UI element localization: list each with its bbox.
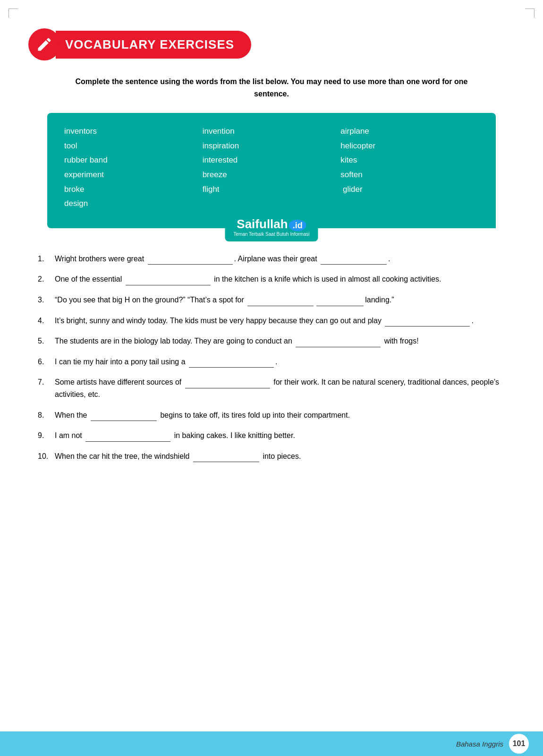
q2-blank1 (126, 278, 211, 285)
brand-name: Saifullah (237, 217, 288, 231)
word-item: invention (203, 124, 341, 139)
word-item: rubber band (64, 153, 203, 168)
footer-subject: Bahasa Inggris (456, 740, 503, 748)
q3-blank2 (316, 299, 364, 306)
q1-blank1 (148, 257, 233, 265)
q8-text: When the begins to take off, its tires f… (55, 409, 505, 421)
word-item: helicopter (340, 139, 479, 154)
q2-text: One of the essential in the kitchen is a… (55, 273, 505, 285)
word-item: design (64, 197, 203, 211)
word-grid: inventors tool rubber band experiment br… (64, 124, 479, 211)
q10-number: 10. (38, 450, 55, 463)
questions-section: 1. Wright brothers were great . Airplane… (28, 253, 515, 463)
word-item: interested (203, 153, 341, 168)
q9-blank1 (85, 434, 170, 442)
word-item: tool (64, 139, 203, 154)
word-item: glider (340, 182, 479, 197)
header-title: VOCABULARY EXERCISES (65, 37, 234, 52)
footer: Bahasa Inggris 101 (0, 731, 543, 756)
question-1: 1. Wright brothers were great . Airplane… (38, 253, 505, 265)
word-item: soften (340, 168, 479, 182)
q4-number: 4. (38, 315, 55, 327)
q6-number: 6. (38, 356, 55, 368)
q2-number: 2. (38, 273, 55, 285)
q6-blank1 (189, 360, 274, 368)
q3-blank1 (247, 299, 314, 306)
watermark: Saifullah.id Teman Terbaik Saat Butuh In… (225, 215, 318, 241)
question-8: 8. When the begins to take off, its tire… (38, 409, 505, 421)
q5-number: 5. (38, 335, 55, 347)
word-column-2: invention inspiration interested breeze … (203, 124, 341, 211)
corner-mark-tl (8, 9, 18, 18)
q9-text: I am not in baking cakes. I like knittin… (55, 430, 505, 442)
q5-text: The students are in the biology lab toda… (55, 335, 505, 347)
instructions: Complete the sentence using the words fr… (28, 76, 515, 100)
word-box: inventors tool rubber band experiment br… (47, 113, 496, 228)
q7-number: 7. (38, 376, 55, 388)
pencil-icon (36, 36, 53, 53)
word-item: flight (203, 182, 341, 197)
question-5: 5. The students are in the biology lab t… (38, 335, 505, 347)
word-column-3: airplane helicopter kites soften glider (340, 124, 479, 211)
brand-domain: .id (289, 220, 306, 231)
question-4: 4. It’s bright, sunny and windy today. T… (38, 315, 505, 327)
page-number: 101 (509, 734, 529, 754)
word-item: airplane (340, 124, 479, 139)
page-content: VOCABULARY EXERCISES Complete the senten… (28, 28, 515, 728)
q4-blank1 (385, 319, 470, 326)
word-item: experiment (64, 168, 203, 182)
word-column-1: inventors tool rubber band experiment br… (64, 124, 203, 211)
word-item: inspiration (203, 139, 341, 154)
watermark-brand: Saifullah.id (237, 217, 306, 232)
q8-number: 8. (38, 409, 55, 421)
question-2: 2. One of the essential in the kitchen i… (38, 273, 505, 285)
question-3: 3. “Do you see that big H on the ground?… (38, 294, 505, 306)
instructions-text: Complete the sentence using the words fr… (76, 77, 468, 98)
q1-blank2 (321, 257, 387, 265)
q5-blank1 (296, 340, 381, 347)
q9-number: 9. (38, 430, 55, 442)
header: VOCABULARY EXERCISES (28, 28, 515, 60)
word-item: breeze (203, 168, 341, 182)
watermark-tagline: Teman Terbaik Saat Butuh Informasi (233, 232, 309, 237)
question-10: 10. When the car hit the tree, the winds… (38, 450, 505, 463)
question-9: 9. I am not in baking cakes. I like knit… (38, 430, 505, 442)
question-6: 6. I can tie my hair into a pony tail us… (38, 356, 505, 368)
q6-text: I can tie my hair into a pony tail using… (55, 356, 505, 368)
q3-number: 3. (38, 294, 55, 306)
word-item: inventors (64, 124, 203, 139)
q8-blank1 (91, 413, 157, 421)
q4-text: It’s bright, sunny and windy today. The … (55, 315, 505, 327)
q10-blank1 (193, 455, 259, 462)
word-item: kites (340, 153, 479, 168)
word-item: broke (64, 182, 203, 197)
q1-text: Wright brothers were great . Airplane wa… (55, 253, 505, 265)
q1-number: 1. (38, 253, 55, 265)
q7-blank1 (185, 381, 270, 388)
q10-text: When the car hit the tree, the windshiel… (55, 450, 505, 463)
q7-text: Some artists have different sources of f… (55, 376, 505, 400)
q3-text: “Do you see that big H on the ground?” “… (55, 294, 505, 306)
corner-mark-tr (525, 9, 535, 18)
question-7: 7. Some artists have different sources o… (38, 376, 505, 400)
header-title-bar: VOCABULARY EXERCISES (56, 31, 251, 59)
header-icon (28, 28, 60, 60)
